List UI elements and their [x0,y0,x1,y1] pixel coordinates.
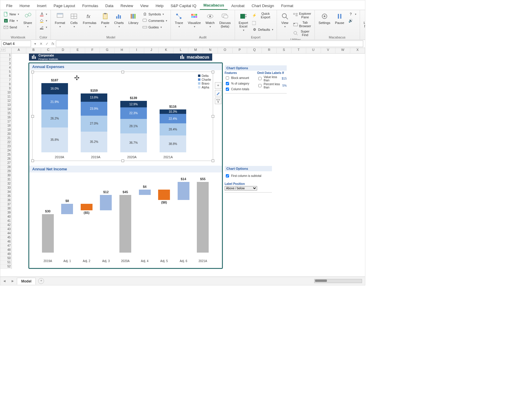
menu-file[interactable]: File [3,2,16,10]
menu-review[interactable]: Review [117,2,137,10]
formula-input[interactable] [56,41,363,47]
symbols-button[interactable]: ΩSymbols▾ [142,11,168,17]
horizontal-scrollbar[interactable] [44,279,365,283]
chart-elements-button[interactable]: ＋ [215,82,221,89]
pause-button[interactable]: Pause [333,11,346,25]
row-header[interactable]: 34 [0,190,12,194]
row-header[interactable]: 19 [0,128,12,132]
col-header[interactable]: N [203,48,218,53]
worksheet-grid[interactable]: 1 2 ABCDEFGHIJKLMNOPQRSTUVWX 12345678910… [0,48,365,277]
col-header[interactable]: Q [247,48,262,53]
row-header[interactable]: 41 [0,219,12,223]
row-header[interactable]: 28 [0,165,12,169]
tab-browser-button[interactable]: Tab Browser [292,20,312,28]
row-header[interactable]: 36 [0,198,12,203]
row-header[interactable]: 45 [0,236,12,240]
opt-pct-category[interactable]: % of category [225,81,254,86]
visualize-button[interactable]: Visualize▾ [186,11,202,29]
row-header[interactable]: 9 [0,87,12,91]
row-header[interactable]: 7 [0,78,12,83]
row-header[interactable]: 22 [0,141,12,145]
row-header[interactable]: 18 [0,124,12,128]
trace-button[interactable]: Trace▾ [173,11,184,29]
defaults-button[interactable]: ⚙Defaults▾ [251,27,274,33]
selection-handle[interactable] [212,159,214,162]
menu-insert[interactable]: Insert [33,2,50,10]
learn-more-button[interactable]: Learn More [362,11,365,29]
col-header[interactable]: V [321,48,336,53]
col-header[interactable]: P [233,48,247,53]
cancel-formula-icon[interactable]: ✕ [38,42,44,46]
col-header[interactable]: I [129,48,144,53]
cells-button[interactable]: Cells▾ [68,11,80,29]
col-header[interactable]: J [144,48,159,53]
border-color-button[interactable]: ▾ [38,24,48,30]
export-shapes-button[interactable] [251,20,274,26]
row-header[interactable]: 52 [0,265,12,269]
menu-chart-design[interactable]: Chart Design [248,2,278,10]
row-header[interactable]: 23 [0,145,12,149]
row-header[interactable]: 33 [0,186,12,190]
export-excel-button[interactable]: Export Excel▾ [237,11,250,33]
sheet-tab-model[interactable]: Model [17,278,36,285]
col-header[interactable]: K [159,48,173,53]
discuss-button[interactable]: Discuss (beta) [218,11,232,29]
row-header[interactable]: 47 [0,244,12,248]
row-header[interactable]: 30 [0,174,12,178]
row-header[interactable]: 29 [0,169,12,174]
row-header[interactable]: 27 [0,161,12,165]
row-header[interactable]: 17 [0,120,12,124]
tab-nav-prev[interactable]: ◄ [0,279,9,283]
fx-button-icon[interactable]: fx [50,42,56,46]
menu-acrobat[interactable]: Acrobat [228,2,248,10]
col-header[interactable]: R [262,48,277,53]
menu-data[interactable]: Data [102,2,117,10]
row-header[interactable]: 20 [0,132,12,136]
paste-button[interactable]: Paste▾ [100,11,111,29]
col-header[interactable]: S [277,48,291,53]
row-header[interactable]: 21 [0,136,12,141]
row-header[interactable]: 37 [0,203,12,207]
opt-column-totals[interactable]: Column totals [225,86,254,92]
chart-annual-net-income[interactable]: $30$8($5)$12$45$4($8)$14$55 2019AAdj. 1A… [32,173,215,264]
library-button[interactable]: Library [127,11,140,25]
name-box[interactable] [1,41,31,47]
sound-button[interactable]: 🔊 [348,18,357,24]
col-header[interactable]: H [115,48,129,53]
row-header[interactable]: 26 [0,157,12,161]
row-header[interactable]: 35 [0,194,12,198]
row-header[interactable]: 43 [0,227,12,232]
menu-page-layout[interactable]: Page Layout [50,2,79,10]
chart-annual-expenses[interactable]: DeltaCharlieBravoAlpha 35.8%26.2%21.9%16… [32,72,213,161]
opt-block-amount[interactable]: Block amount [225,75,254,81]
chart-filter-button[interactable] [215,98,221,104]
selection-handle[interactable] [212,71,214,73]
fill-color-button[interactable]: ▾ [38,18,48,24]
row-header[interactable]: 2 [0,58,12,62]
col-header[interactable]: A [12,48,26,53]
help-button[interactable]: ?▾ [348,11,357,17]
menu-s-p-capital-iq[interactable]: S&P Capital IQ [167,2,200,10]
guides-button[interactable]: Guides▾ [142,24,168,30]
col-header[interactable]: W [335,48,350,53]
row-header[interactable]: 11 [0,95,12,99]
namebox-dropdown[interactable]: ▾ [32,42,38,46]
row-header[interactable]: 15 [0,112,12,116]
watch-button[interactable]: Watch▾ [204,11,216,29]
menu-format[interactable]: Format [278,2,297,10]
add-sheet-button[interactable]: + [38,278,44,284]
chart-styles-button[interactable] [215,90,221,96]
selection-handle[interactable] [31,159,34,162]
charts-button[interactable]: Charts▾ [113,11,125,29]
menu-view[interactable]: View [137,2,152,10]
formulas-button[interactable]: fxFormulas▾ [81,11,98,29]
col-header[interactable]: L [173,48,188,53]
col-header[interactable]: F [85,48,100,53]
menu-formulas[interactable]: Formulas [79,2,102,10]
row-header[interactable]: 4 [0,66,12,70]
row-header[interactable]: 16 [0,116,12,120]
col-header[interactable]: O [218,48,233,53]
col-header[interactable]: X [350,48,365,53]
send-button[interactable]: Send [3,24,20,30]
view-button[interactable]: View▾ [279,11,291,29]
